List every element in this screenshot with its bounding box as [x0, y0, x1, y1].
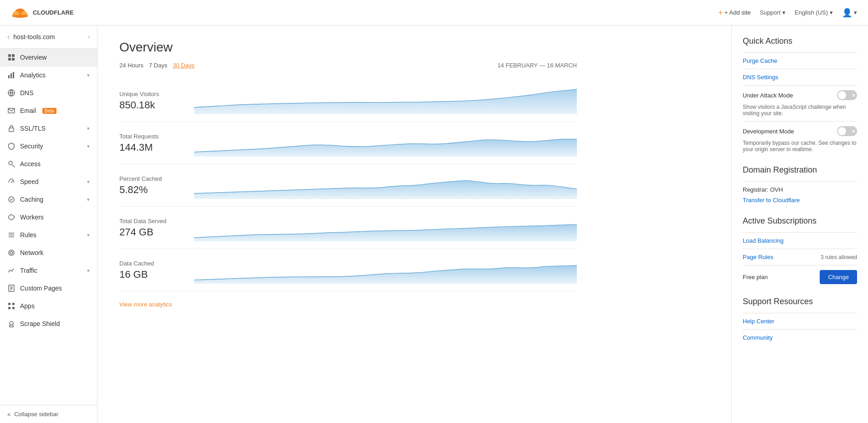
- logo-text: CLOUDFLARE: [33, 9, 74, 16]
- apps-icon: [7, 302, 15, 310]
- divider: [743, 313, 857, 313]
- scrape-shield-icon: [7, 320, 15, 328]
- stat-row-data-cached: Data Cached 16 GB: [119, 249, 577, 291]
- sidebar-item-speed[interactable]: Speed ▾: [0, 173, 97, 191]
- chevron-down-icon: ▾: [87, 143, 90, 149]
- stat-row-data-served: Total Data Served 274 GB: [119, 207, 577, 249]
- sidebar-item-workers[interactable]: Workers: [0, 209, 97, 226]
- development-mode-label: Development Mode: [743, 128, 794, 135]
- chevron-down-icon: ▾: [87, 179, 90, 185]
- domain-name: host-tools.com: [13, 33, 55, 41]
- collapse-icon: «: [7, 411, 10, 418]
- dns-settings-link[interactable]: DNS Settings: [743, 74, 857, 81]
- divider: [743, 329, 857, 330]
- sidebar-item-analytics[interactable]: Analytics ▾: [0, 66, 97, 84]
- chart-data-served: [194, 214, 577, 241]
- page-rules-allowed: 3 rules allowed: [821, 254, 857, 260]
- sidebar-item-email[interactable]: Email Beta: [0, 102, 97, 120]
- sidebar-item-custom-pages[interactable]: Custom Pages: [0, 280, 97, 297]
- svg-rect-32: [12, 307, 15, 309]
- divider: [743, 121, 857, 122]
- email-beta-badge: Beta: [42, 108, 56, 114]
- free-plan-label: Free plan: [743, 274, 768, 280]
- support-link[interactable]: Support ▾: [760, 9, 786, 16]
- sidebar-item-dns[interactable]: DNS: [0, 84, 97, 102]
- svg-point-24: [9, 250, 14, 255]
- view-more-analytics-link[interactable]: View more analytics: [119, 301, 172, 308]
- sidebar-item-network[interactable]: Network: [0, 244, 97, 262]
- email-icon: [7, 107, 15, 115]
- sidebar-item-traffic[interactable]: Traffic ▾: [0, 262, 97, 280]
- sidebar-item-apps[interactable]: Apps: [0, 297, 97, 315]
- toggle-x-icon: ✕: [852, 93, 855, 98]
- development-mode-toggle[interactable]: ✕: [837, 126, 857, 136]
- sidebar-label-dns: DNS: [20, 89, 34, 97]
- chevron-down-icon: ▾: [87, 268, 90, 274]
- sidebar-label-ssl: SSL/TLS: [20, 125, 46, 132]
- sidebar-item-security[interactable]: Security ▾: [0, 138, 97, 155]
- toggle-knob: [838, 91, 846, 99]
- divider: [743, 85, 857, 86]
- time-24h-button[interactable]: 24 Hours: [119, 62, 144, 69]
- page-rules-item: Page Rules 3 rules allowed: [743, 254, 857, 260]
- sidebar-item-ssl[interactable]: SSL/TLS ▾: [0, 120, 97, 138]
- divider: [743, 265, 857, 265]
- shield-icon: [7, 142, 15, 150]
- topnav-right: + + Add site Support ▾ English (US) ▾ 👤 …: [719, 8, 857, 18]
- transfer-to-cloudflare-link[interactable]: Transfer to Cloudflare: [743, 197, 857, 204]
- sidebar-label-speed: Speed: [20, 178, 38, 185]
- divider: [743, 181, 857, 182]
- sidebar-label-network: Network: [20, 249, 43, 256]
- chevron-down-icon: ▾: [87, 232, 90, 238]
- help-center-link[interactable]: Help Center: [743, 318, 857, 325]
- collapse-sidebar-button[interactable]: « Collapse sidebar: [0, 405, 97, 423]
- change-plan-button[interactable]: Change: [820, 270, 857, 284]
- sidebar-item-access[interactable]: Access: [0, 155, 97, 173]
- svg-rect-11: [13, 72, 14, 78]
- toggle-knob: [838, 127, 846, 135]
- under-attack-mode-toggle[interactable]: ✕: [837, 90, 857, 100]
- sidebar: ‹ host-tools.com › Overview Analytics ▾: [0, 25, 98, 423]
- community-link[interactable]: Community: [743, 334, 857, 341]
- domain-selector[interactable]: ‹ host-tools.com ›: [0, 25, 97, 49]
- sidebar-label-workers: Workers: [20, 214, 44, 221]
- toggle-x-icon: ✕: [852, 129, 855, 134]
- stat-value-cached: 5.82%: [119, 184, 183, 196]
- user-icon: 👤: [842, 8, 852, 18]
- time-selector: 24 Hours 7 Days 30 Days 14 FEBRUARY — 16…: [119, 62, 577, 69]
- sidebar-label-apps: Apps: [20, 302, 35, 310]
- svg-point-23: [10, 251, 13, 254]
- time-30d-button[interactable]: 30 Days: [173, 62, 195, 69]
- sidebar-label-email: Email: [20, 107, 36, 114]
- active-subscriptions-title: Active Subscriptions: [743, 216, 857, 226]
- divider: [743, 69, 857, 69]
- sidebar-item-scrape-shield[interactable]: Scrape Shield: [0, 315, 97, 333]
- chart-icon: [7, 71, 15, 79]
- svg-point-16: [9, 161, 12, 165]
- sidebar-label-overview: Overview: [20, 54, 46, 61]
- quick-actions-section: Quick Actions Purge Cache DNS Settings U…: [743, 36, 857, 153]
- sidebar-item-overview[interactable]: Overview: [0, 49, 97, 66]
- domain-registration-section: Domain Registration Registrar: OVH Trans…: [743, 165, 857, 204]
- development-mode-desc: Temporarily bypass our cache. See change…: [743, 140, 857, 153]
- svg-rect-7: [8, 58, 11, 61]
- purge-cache-link[interactable]: Purge Cache: [743, 57, 857, 64]
- account-button[interactable]: 👤 ▾: [842, 8, 857, 18]
- page-rules-link[interactable]: Page Rules: [743, 254, 773, 260]
- divider: [743, 52, 857, 53]
- grid-icon: [7, 53, 15, 61]
- under-attack-mode-desc: Show visitors a JavaScript challenge whe…: [743, 104, 857, 117]
- back-icon: ‹: [7, 33, 10, 41]
- language-selector[interactable]: English (US) ▾: [795, 9, 833, 16]
- domain-registration-title: Domain Registration: [743, 165, 857, 175]
- quick-actions-title: Quick Actions: [743, 36, 857, 46]
- load-balancing-link[interactable]: Load Balancing: [743, 237, 857, 244]
- chevron-down-icon: ▾: [854, 9, 857, 16]
- sidebar-label-traffic: Traffic: [20, 267, 37, 274]
- sidebar-item-caching[interactable]: Caching ▾: [0, 191, 97, 209]
- time-7d-button[interactable]: 7 Days: [149, 62, 167, 69]
- add-site-button[interactable]: + + Add site: [719, 9, 751, 17]
- logo[interactable]: CLOUDFLARE: [11, 7, 74, 19]
- stat-label-data-served: Total Data Served: [119, 218, 183, 224]
- sidebar-item-rules[interactable]: Rules ▾: [0, 226, 97, 244]
